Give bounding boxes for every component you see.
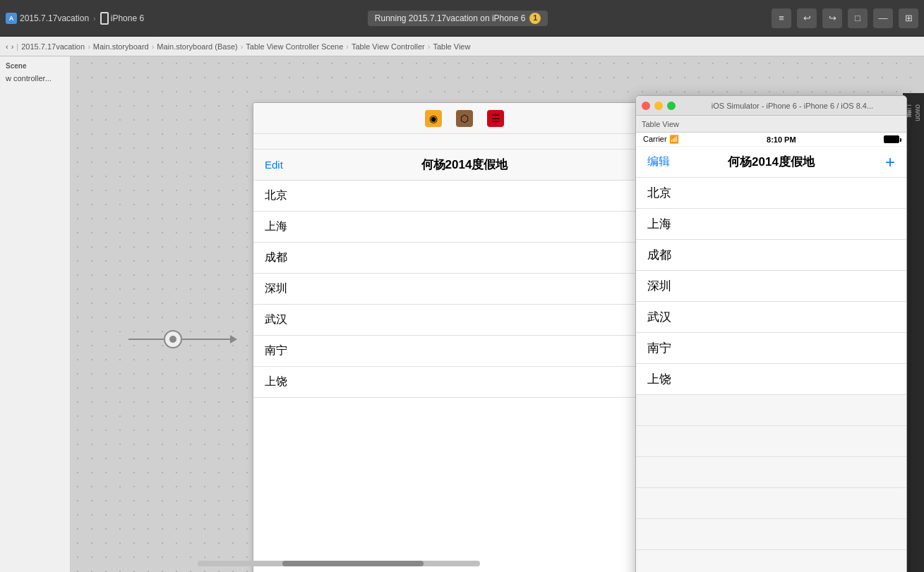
connector-circle [164, 330, 182, 348]
forward-btn[interactable]: ↪ [822, 8, 842, 28]
window-minimize-btn[interactable] [654, 102, 663, 110]
project-name: 2015.7.17vacation [20, 13, 89, 23]
status-bar-mockup [253, 134, 676, 150]
history-btn[interactable]: ↩ [797, 8, 817, 28]
bc-table-view-controller[interactable]: Table View Controller [352, 42, 425, 51]
right-label-6: owon [913, 104, 923, 121]
project-icon: A [6, 13, 17, 24]
storyboard-phone-mockup: ◉ ⬡ ☰ Edit 何杨2014度假地 + 北京 上海 成都 深圳 武汉 [253, 102, 676, 572]
simulator-empty-rows [636, 395, 906, 572]
table-row[interactable]: 上饶 [253, 367, 676, 398]
sim-empty-row [636, 457, 906, 488]
sim-empty-row [636, 395, 906, 426]
bc-nav-back[interactable]: ‹ [6, 42, 8, 51]
connector-line-right [182, 339, 232, 340]
sim-empty-row [636, 550, 906, 572]
table-row[interactable]: 上海 [253, 212, 676, 243]
simulator-nav-title: 何杨2014度假地 [728, 154, 815, 170]
connector-circle-inner [169, 336, 176, 343]
simulator-label-bar: Table View [636, 116, 906, 133]
breadcrumb-project: A 2015.7.17vacation › iPhone 6 [6, 12, 144, 25]
time-label: 8:10 PM [767, 135, 796, 144]
warning-badge: 1 [529, 13, 541, 24]
simulator-edit-btn[interactable]: 编辑 [647, 154, 670, 169]
sim-row-shenzhen[interactable]: 深圳 [636, 271, 906, 302]
toolbar-icon-1: ◉ [425, 110, 442, 127]
simulator-title: iOS Simulator - iPhone 6 - iPhone 6 / iO… [684, 102, 901, 110]
window-close-btn[interactable] [642, 102, 650, 110]
sim-row-shangrao[interactable]: 上饶 [636, 364, 906, 395]
simulator-title-bar: iOS Simulator - iPhone 6 - iPhone 6 / iO… [636, 96, 906, 116]
ios-simulator-window: iOS Simulator - iPhone 6 - iPhone 6 / iO… [635, 95, 907, 572]
sim-row-chengdu[interactable]: 成都 [636, 240, 906, 271]
table-row[interactable]: 成都 [253, 243, 676, 274]
window-btn[interactable]: □ [848, 8, 868, 28]
bc-main-storyboard-base[interactable]: Main.storyboard (Base) [157, 42, 237, 51]
carrier-label: Carrier 📶 [643, 135, 679, 144]
top-bar: A 2015.7.17vacation › iPhone 6 Running 2… [0, 0, 924, 37]
minimize-btn[interactable]: ― [873, 8, 893, 28]
sim-row-shanghai[interactable]: 上海 [636, 209, 906, 240]
bc-table-view-controller-scene[interactable]: Table View Controller Scene [246, 42, 343, 51]
warning-count: 1 [534, 14, 538, 22]
simulator-table: 北京 上海 成都 深圳 武汉 南宁 上饶 [636, 178, 906, 572]
toolbar-right: ≡ ↩ ↪ □ ― ⊞ [772, 8, 918, 28]
sim-row-beijing[interactable]: 北京 [636, 178, 906, 209]
run-status-text: Running 2015.7.17vacation on iPhone 6 [375, 13, 526, 23]
horizontal-scrollbar[interactable] [198, 561, 480, 566]
scrollbar-thumb[interactable] [282, 561, 424, 566]
grid-view-btn[interactable]: ≡ [772, 8, 791, 28]
toolbar-icon-2: ⬡ [456, 110, 473, 127]
bc-main-storyboard[interactable]: Main.storyboard [93, 42, 149, 51]
nav-title: 何杨2014度假地 [421, 157, 508, 173]
nav-bar-mockup: Edit 何杨2014度假地 + [253, 150, 676, 181]
breadcrumb-bar: ‹ › | 2015.7.17vacation › Main.storyboar… [0, 37, 924, 56]
device-icon [100, 12, 109, 25]
table-row[interactable]: 南宁 [253, 336, 676, 367]
bc-table-view[interactable]: Table View [433, 42, 470, 51]
toolbar-icon-3: ☰ [487, 110, 504, 127]
table-row[interactable]: 北京 [253, 181, 676, 212]
battery-indicator [884, 135, 899, 143]
simulator-nav-bar: 编辑 何杨2014度假地 + [636, 147, 906, 178]
split-btn[interactable]: ⊞ [899, 8, 918, 28]
table-row[interactable]: 武汉 [253, 305, 676, 336]
sim-empty-row [636, 488, 906, 519]
phone-toolbar: ◉ ⬡ ☰ [253, 103, 676, 134]
simulator-plus-btn[interactable]: + [885, 154, 895, 171]
device-name: iPhone 6 [111, 13, 144, 23]
left-sidebar: Scene w controller... [0, 56, 71, 572]
table-row[interactable]: 深圳 [253, 274, 676, 305]
simulator-status-bar: Carrier 📶 8:10 PM [636, 133, 906, 147]
sidebar-label: Scene [3, 62, 67, 70]
window-zoom-btn[interactable] [667, 102, 676, 110]
sim-row-wuhan[interactable]: 武汉 [636, 302, 906, 333]
bc-nav-forward[interactable]: › [11, 42, 14, 51]
connector [128, 330, 232, 348]
run-status-area: Running 2015.7.17vacation on iPhone 6 1 [150, 11, 766, 26]
sidebar-item-controller[interactable]: w controller... [3, 73, 67, 84]
sim-empty-row [636, 519, 906, 550]
sim-empty-row [636, 426, 906, 457]
main-area: Scene w controller... ◉ ⬡ ☰ [0, 56, 924, 572]
nav-edit-btn[interactable]: Edit [265, 159, 283, 171]
sim-row-nanning[interactable]: 南宁 [636, 333, 906, 364]
device-indicator: iPhone 6 [100, 12, 144, 25]
table-view-panel-label: Table View [642, 120, 679, 128]
connector-arrow-head [230, 335, 237, 343]
run-status: Running 2015.7.17vacation on iPhone 6 1 [368, 11, 548, 26]
bc-project[interactable]: 2015.7.17vacation [21, 42, 85, 51]
battery-icon [884, 135, 899, 143]
connector-line-left [128, 339, 164, 340]
table-content: 北京 上海 成都 深圳 武汉 南宁 上饶 [253, 181, 676, 398]
